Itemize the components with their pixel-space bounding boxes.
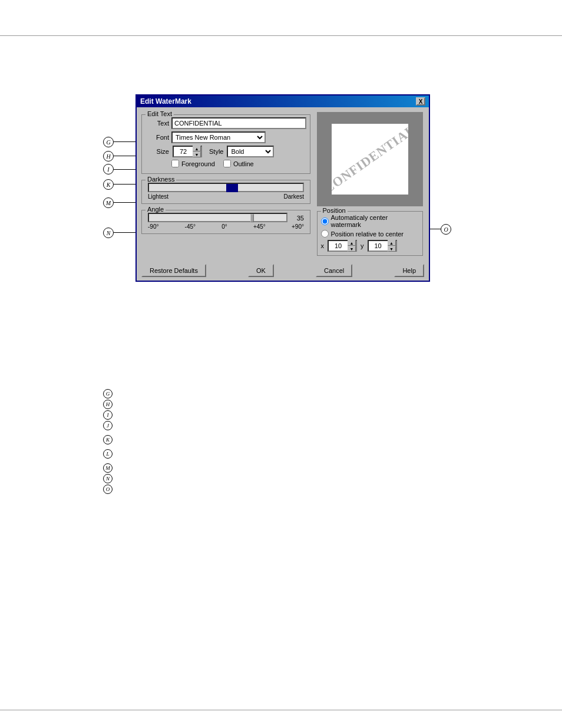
- foreground-label: Foreground: [181, 160, 215, 167]
- bottom-rule: [0, 710, 562, 710]
- top-rule: [0, 35, 562, 36]
- close-button[interactable]: X: [416, 97, 425, 106]
- ref-circle-i: I: [103, 410, 113, 420]
- checkbox-row: Foreground Outline: [146, 160, 306, 167]
- callout-g: G: [103, 137, 114, 147]
- x-input[interactable]: [329, 242, 348, 250]
- dialog-titlebar: Edit WaterMark X: [137, 95, 429, 107]
- outline-checkbox[interactable]: [223, 160, 231, 167]
- angle-p45: +45°: [253, 223, 266, 230]
- lightest-label: Lightest: [148, 193, 168, 200]
- relative-row: Position relative to center: [321, 230, 419, 238]
- y-up-button[interactable]: ▲: [388, 240, 396, 246]
- style-label: Style: [209, 148, 223, 155]
- x-spinner[interactable]: ▲ ▼: [328, 240, 357, 252]
- ref-o: O: [103, 485, 117, 494]
- ref-circle-g: G: [103, 389, 113, 398]
- text-label: Text: [146, 120, 169, 127]
- ref-g: G: [103, 389, 117, 398]
- angle-slider-row: 35: [148, 213, 304, 223]
- position-section: Position Automaticaly center watermark P…: [317, 211, 423, 256]
- outline-label: Outline: [233, 160, 254, 167]
- ref-circle-h: H: [103, 400, 113, 409]
- x-up-button[interactable]: ▲: [348, 240, 356, 246]
- relative-label: Position relative to center: [331, 230, 404, 238]
- size-up-button[interactable]: ▲: [193, 146, 201, 151]
- y-input[interactable]: [369, 242, 388, 250]
- callout-n: N: [103, 228, 114, 238]
- y-down-button[interactable]: ▼: [388, 246, 396, 252]
- text-input[interactable]: [171, 117, 306, 129]
- y-spinner[interactable]: ▲ ▼: [368, 240, 397, 252]
- darkness-slider-container: Lightest Darkest: [146, 183, 306, 200]
- size-spinner[interactable]: ▲ ▼: [173, 146, 202, 157]
- ref-circle-j: J: [103, 421, 113, 430]
- x-label: x: [321, 242, 325, 249]
- angle-n45: -45°: [185, 223, 196, 230]
- size-label: Size: [146, 148, 169, 155]
- callout-i: I: [103, 164, 114, 174]
- font-select[interactable]: Times New Roman Arial Courier New: [171, 131, 266, 143]
- ref-circle-k: K: [103, 435, 113, 444]
- callout-o: O: [441, 224, 451, 235]
- angle-label: Angle: [146, 206, 166, 213]
- relative-radio[interactable]: [321, 230, 329, 238]
- ref-circle-o: O: [103, 485, 113, 494]
- edit-text-group: Edit Text Text Font Times New Roman Aria…: [141, 114, 310, 174]
- cancel-button[interactable]: Cancel: [316, 264, 352, 277]
- auto-center-row: Automaticaly center watermark: [321, 214, 419, 228]
- callout-h: H: [103, 151, 114, 162]
- angle-n90: -90°: [148, 223, 158, 230]
- restore-defaults-button[interactable]: Restore Defaults: [141, 264, 206, 277]
- edit-watermark-dialog: Edit WaterMark X Edit Text Text Font: [135, 94, 430, 282]
- darkness-slider-thumb[interactable]: [226, 184, 238, 192]
- callout-k: K: [103, 179, 114, 190]
- position-group: Position Automaticaly center watermark P…: [317, 211, 423, 256]
- ref-circle-m: M: [103, 463, 113, 473]
- ok-button[interactable]: OK: [248, 264, 274, 277]
- dialog-body: Edit Text Text Font Times New Roman Aria…: [137, 107, 429, 261]
- angle-slider-thumb[interactable]: [250, 214, 254, 222]
- ref-i: I: [103, 410, 117, 420]
- dialog-title: Edit WaterMark: [140, 97, 191, 106]
- style-select[interactable]: Bold Italic Bold Italic Regular: [227, 146, 274, 157]
- size-down-button[interactable]: ▼: [193, 151, 201, 157]
- dialog-right-panel: CONFIDENTIAL Position Automaticaly cente…: [315, 112, 424, 256]
- preview-area-inner: CONFIDENTIAL: [332, 124, 408, 195]
- size-spinner-buttons: ▲ ▼: [193, 146, 201, 157]
- ref-k: K: [103, 435, 117, 444]
- angle-slider-track[interactable]: [148, 213, 287, 222]
- angle-slider-container: 35 -90° -45° 0° +45° +90°: [146, 213, 306, 230]
- dialog-left-panel: Edit Text Text Font Times New Roman Aria…: [141, 112, 310, 256]
- auto-center-label: Automaticaly center watermark: [331, 214, 419, 228]
- size-style-row: Size ▲ ▼ Style Bold Italic Bol: [146, 146, 306, 157]
- ref-n: N: [103, 474, 117, 483]
- y-spinner-buttons: ▲ ▼: [388, 240, 396, 252]
- x-down-button[interactable]: ▼: [348, 246, 356, 252]
- angle-group: Angle 35 -90° -45° 0° +45°: [141, 210, 310, 234]
- ref-h: H: [103, 400, 117, 409]
- callout-m: M: [103, 197, 114, 208]
- angle-0: 0°: [222, 223, 227, 230]
- preview-watermark-text: CONFIDENTIAL: [332, 124, 408, 195]
- ref-circle-l: L: [103, 449, 113, 459]
- darkness-label: Darkness: [146, 176, 176, 183]
- ref-j: J: [103, 421, 117, 430]
- dialog-container: Edit WaterMark X Edit Text Text Font: [135, 94, 430, 282]
- auto-center-radio[interactable]: [321, 218, 329, 225]
- darkness-slider-track[interactable]: [148, 183, 304, 192]
- y-label: y: [361, 242, 364, 249]
- ref-circle-n: N: [103, 474, 113, 483]
- font-label: Font: [146, 134, 169, 141]
- size-input[interactable]: [174, 147, 193, 156]
- ref-l: L: [103, 449, 117, 459]
- xy-row: x ▲ ▼ y: [321, 240, 419, 252]
- angle-p90: +90°: [292, 223, 304, 230]
- foreground-checkbox[interactable]: [171, 160, 179, 167]
- position-group-label: Position: [321, 207, 348, 214]
- angle-value: 35: [290, 215, 304, 222]
- edit-text-label: Edit Text: [146, 110, 174, 117]
- reference-section: G H I J K L M N O: [103, 389, 117, 495]
- help-button[interactable]: Help: [394, 264, 424, 277]
- ref-m: M: [103, 463, 117, 473]
